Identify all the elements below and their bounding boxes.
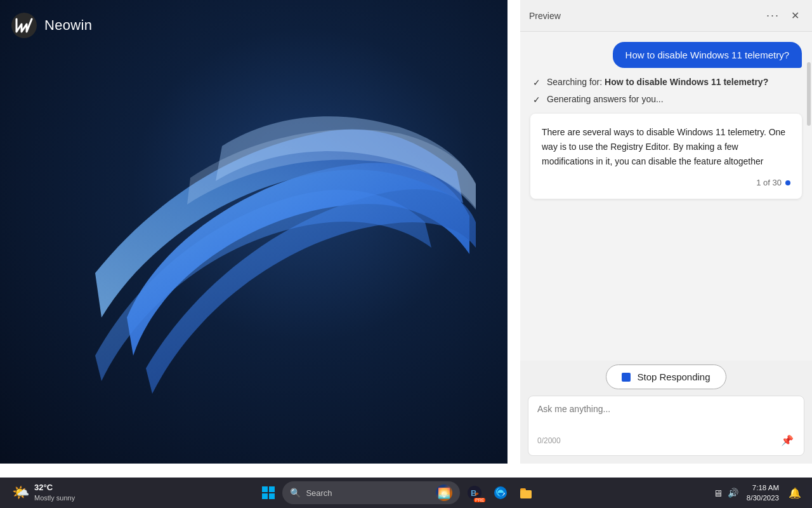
neowin-logo: Neowin <box>10 11 92 39</box>
edge-browser-icon <box>494 486 508 500</box>
panel-title: Preview <box>529 11 561 21</box>
file-explorer-button[interactable] <box>514 483 537 503</box>
status-searching-query: How to disable Windows 11 telemetry? <box>605 77 768 87</box>
stop-responding-button[interactable]: Stop Responding <box>606 364 726 389</box>
response-indicator-dot <box>785 180 790 185</box>
windows-logo-icon <box>262 486 275 499</box>
tray-icons: 🖥 🔊 <box>711 485 740 501</box>
panel-header: Preview ··· ✕ <box>520 0 812 32</box>
svg-point-0 <box>11 13 37 38</box>
neowin-brand-name: Neowin <box>44 17 92 34</box>
search-weather-mini-icon: 🌅 <box>436 485 452 501</box>
status-searching: ✓ Searching for: How to disable Windows … <box>533 77 799 88</box>
more-options-button[interactable]: ··· <box>763 6 783 25</box>
status-searching-prefix: Searching for: <box>547 77 602 87</box>
weather-description: Mostly sunny <box>34 493 75 502</box>
stop-responding-area: Stop Responding <box>520 361 812 396</box>
svg-rect-4 <box>269 493 275 499</box>
search-icon: 🔍 <box>290 488 301 498</box>
svg-rect-1 <box>262 486 268 492</box>
response-footer: 1 of 30 <box>542 178 790 187</box>
file-explorer-icon <box>519 486 533 500</box>
status-searching-text: Searching for: How to disable Windows 11… <box>547 77 768 87</box>
search-label: Search <box>306 488 431 498</box>
panel-header-actions: ··· ✕ <box>763 6 803 25</box>
weather-text: 32°C Mostly sunny <box>34 483 75 502</box>
tray-monitor-button[interactable]: 🖥 <box>711 485 724 501</box>
close-panel-button[interactable]: ✕ <box>787 7 803 24</box>
system-tray: 🖥 🔊 7:18 AM 8/30/2023 🔔 <box>711 480 804 505</box>
tray-volume-button[interactable]: 🔊 <box>726 485 740 500</box>
user-message-container: How to disable Windows 11 telemetry? <box>530 42 802 68</box>
check-icon-2: ✓ <box>533 95 540 105</box>
desktop-wallpaper-art <box>95 51 476 419</box>
status-generating: ✓ Generating answers for you... <box>533 94 799 105</box>
system-clock[interactable]: 7:18 AM 8/30/2023 <box>743 480 783 505</box>
weather-temperature: 32°C <box>34 483 75 493</box>
stop-icon <box>622 373 631 382</box>
edge-browser-button[interactable] <box>489 483 512 503</box>
chat-input-area: 0/2000 📌 <box>528 396 804 456</box>
bing-preview-button[interactable]: B P PRE <box>462 482 487 504</box>
taskbar-center-area: 🔍 Search 🌅 B P PRE <box>84 481 711 504</box>
user-message-bubble: How to disable Windows 11 telemetry? <box>613 42 802 68</box>
chat-content: How to disable Windows 11 telemetry? ✓ S… <box>520 32 812 361</box>
taskbar: 🌤️ 32°C Mostly sunny 🔍 Search 🌅 <box>0 478 812 508</box>
notification-button[interactable]: 🔔 <box>785 485 804 502</box>
svg-rect-2 <box>269 486 275 492</box>
chat-scrollbar-thumb[interactable] <box>807 62 811 126</box>
chat-input-field[interactable] <box>537 404 795 428</box>
response-text: There are several ways to disable Window… <box>542 125 790 169</box>
svg-rect-11 <box>520 490 532 498</box>
desktop-background: Neowin <box>0 0 508 464</box>
input-footer: 0/2000 📌 <box>537 433 795 448</box>
stop-responding-label: Stop Responding <box>637 371 710 382</box>
chat-panel: Preview ··· ✕ How to disable Windows 11 … <box>520 0 812 464</box>
pin-button[interactable]: 📌 <box>780 433 795 448</box>
chat-scrollbar[interactable] <box>807 62 811 361</box>
clock-date: 8/30/2023 <box>747 493 779 503</box>
svg-text:P: P <box>475 491 479 497</box>
status-area: ✓ Searching for: How to disable Windows … <box>530 77 802 105</box>
weather-widget[interactable]: 🌤️ 32°C Mostly sunny <box>8 480 84 505</box>
taskbar-search-bar[interactable]: 🔍 Search 🌅 <box>282 481 460 504</box>
preview-badge: PRE <box>474 498 485 502</box>
char-count: 0/2000 <box>537 436 561 445</box>
neowin-icon <box>10 11 38 39</box>
start-button[interactable] <box>257 483 280 503</box>
weather-icon: 🌤️ <box>11 484 29 502</box>
status-generating-text: Generating answers for you... <box>547 94 664 104</box>
check-icon-1: ✓ <box>533 77 540 88</box>
svg-rect-3 <box>262 493 268 499</box>
response-count: 1 of 30 <box>756 178 782 187</box>
clock-time: 7:18 AM <box>747 483 779 493</box>
response-card: There are several ways to disable Window… <box>530 114 802 199</box>
